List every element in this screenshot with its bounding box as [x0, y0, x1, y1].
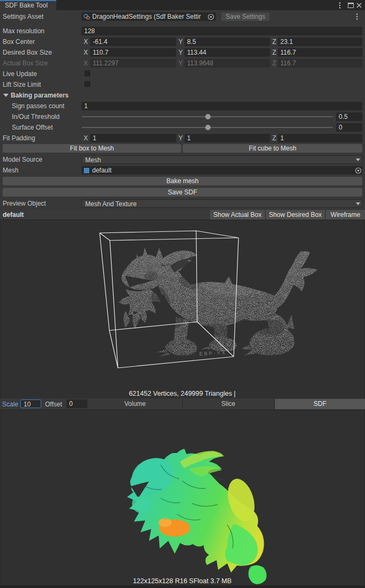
svg-text:621452 Vertices, 249999 Triang: 621452 Vertices, 249999 Triangles | — [129, 390, 235, 397]
svg-text:122x125x128 R16 SFloat 3.7 MB: 122x125x128 R16 SFloat 3.7 MB — [133, 577, 232, 585]
svg-text:ΕΒΡ·ΥΧ: ΕΒΡ·ΥΧ — [199, 350, 227, 357]
